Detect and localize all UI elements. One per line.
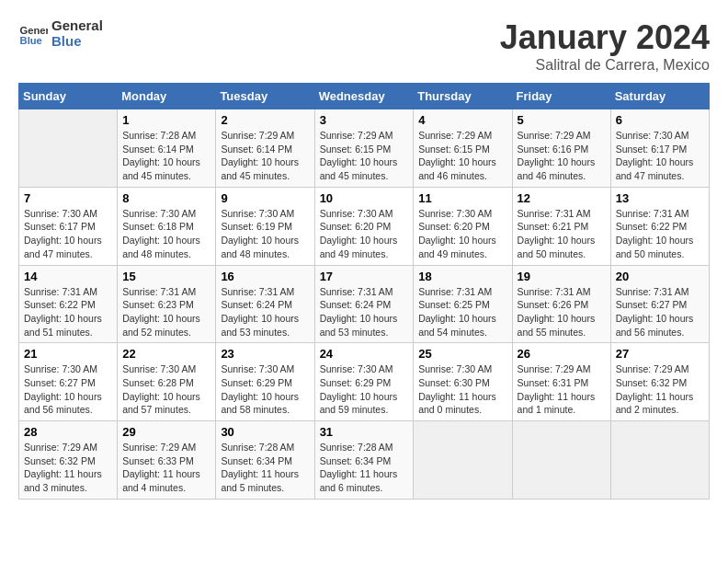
calendar-cell: 14Sunrise: 7:31 AMSunset: 6:22 PMDayligh… — [19, 265, 118, 343]
calendar-cell: 25Sunrise: 7:30 AMSunset: 6:30 PMDayligh… — [414, 343, 512, 421]
day-info: Sunrise: 7:31 AMSunset: 6:26 PMDaylight:… — [518, 285, 606, 339]
week-row-1: 1Sunrise: 7:28 AMSunset: 6:14 PMDaylight… — [19, 109, 710, 188]
day-number: 26 — [518, 347, 606, 361]
calendar-cell: 23Sunrise: 7:30 AMSunset: 6:29 PMDayligh… — [216, 343, 314, 421]
day-info: Sunrise: 7:30 AMSunset: 6:27 PMDaylight:… — [24, 362, 112, 417]
calendar-cell: 6Sunrise: 7:30 AMSunset: 6:17 PMDaylight… — [610, 109, 709, 188]
logo-text-general: General — [51, 18, 103, 34]
calendar-cell: 8Sunrise: 7:30 AMSunset: 6:18 PMDaylight… — [118, 187, 216, 265]
header-day-monday: Monday — [118, 84, 216, 109]
calendar-cell: 26Sunrise: 7:29 AMSunset: 6:31 PMDayligh… — [512, 343, 610, 421]
day-info: Sunrise: 7:29 AMSunset: 6:32 PMDaylight:… — [24, 441, 112, 495]
day-number: 22 — [122, 347, 210, 361]
day-number: 24 — [320, 347, 409, 361]
svg-text:Blue: Blue — [20, 35, 42, 46]
day-number: 13 — [616, 191, 704, 205]
calendar-cell: 2Sunrise: 7:29 AMSunset: 6:14 PMDaylight… — [216, 109, 314, 188]
header-day-saturday: Saturday — [610, 84, 709, 109]
day-info: Sunrise: 7:30 AMSunset: 6:30 PMDaylight:… — [418, 362, 506, 417]
calendar-cell — [414, 421, 512, 500]
header-day-thursday: Thursday — [414, 84, 512, 109]
day-number: 7 — [24, 191, 112, 205]
page-subtitle: Salitral de Carrera, Mexico — [500, 57, 710, 74]
page-title: January 2024 — [500, 18, 710, 57]
day-info: Sunrise: 7:31 AMSunset: 6:24 PMDaylight:… — [221, 285, 309, 339]
day-number: 11 — [418, 191, 506, 205]
day-info: Sunrise: 7:28 AMSunset: 6:14 PMDaylight:… — [122, 129, 210, 183]
day-number: 21 — [24, 347, 112, 361]
calendar-cell: 3Sunrise: 7:29 AMSunset: 6:15 PMDaylight… — [314, 109, 414, 188]
day-number: 4 — [418, 113, 506, 127]
calendar-cell: 7Sunrise: 7:30 AMSunset: 6:17 PMDaylight… — [19, 187, 118, 265]
day-info: Sunrise: 7:30 AMSunset: 6:20 PMDaylight:… — [418, 207, 506, 261]
day-number: 6 — [616, 113, 704, 127]
calendar-cell — [19, 109, 118, 188]
week-row-5: 28Sunrise: 7:29 AMSunset: 6:32 PMDayligh… — [19, 421, 710, 500]
day-number: 5 — [518, 113, 606, 127]
calendar-cell: 18Sunrise: 7:31 AMSunset: 6:25 PMDayligh… — [414, 265, 512, 343]
day-number: 1 — [122, 113, 210, 127]
day-info: Sunrise: 7:31 AMSunset: 6:23 PMDaylight:… — [122, 285, 210, 339]
title-section: January 2024 Salitral de Carrera, Mexico — [500, 18, 710, 74]
day-number: 31 — [320, 425, 409, 439]
day-info: Sunrise: 7:31 AMSunset: 6:22 PMDaylight:… — [616, 207, 704, 261]
day-info: Sunrise: 7:29 AMSunset: 6:32 PMDaylight:… — [616, 362, 704, 417]
day-number: 23 — [221, 347, 309, 361]
day-info: Sunrise: 7:29 AMSunset: 6:33 PMDaylight:… — [122, 441, 210, 495]
calendar-cell: 1Sunrise: 7:28 AMSunset: 6:14 PMDaylight… — [118, 109, 216, 188]
calendar-table: SundayMondayTuesdayWednesdayThursdayFrid… — [18, 83, 710, 500]
day-number: 15 — [122, 270, 210, 283]
calendar-cell: 27Sunrise: 7:29 AMSunset: 6:32 PMDayligh… — [610, 343, 709, 421]
day-info: Sunrise: 7:29 AMSunset: 6:14 PMDaylight:… — [221, 129, 309, 183]
calendar-cell: 13Sunrise: 7:31 AMSunset: 6:22 PMDayligh… — [610, 187, 709, 265]
calendar-cell: 29Sunrise: 7:29 AMSunset: 6:33 PMDayligh… — [118, 421, 216, 500]
calendar-cell: 31Sunrise: 7:28 AMSunset: 6:34 PMDayligh… — [314, 421, 414, 500]
calendar-cell: 12Sunrise: 7:31 AMSunset: 6:21 PMDayligh… — [512, 187, 610, 265]
day-number: 14 — [24, 270, 112, 283]
logo-icon: General Blue — [18, 19, 48, 49]
header-day-wednesday: Wednesday — [314, 84, 414, 109]
day-info: Sunrise: 7:31 AMSunset: 6:21 PMDaylight:… — [518, 207, 606, 261]
day-info: Sunrise: 7:30 AMSunset: 6:29 PMDaylight:… — [320, 362, 409, 417]
day-info: Sunrise: 7:29 AMSunset: 6:16 PMDaylight:… — [518, 129, 606, 183]
day-info: Sunrise: 7:30 AMSunset: 6:29 PMDaylight:… — [221, 362, 309, 417]
calendar-cell — [512, 421, 610, 500]
day-info: Sunrise: 7:28 AMSunset: 6:34 PMDaylight:… — [221, 441, 309, 495]
logo-text-blue: Blue — [51, 34, 103, 50]
header-day-friday: Friday — [512, 84, 610, 109]
calendar-cell: 30Sunrise: 7:28 AMSunset: 6:34 PMDayligh… — [216, 421, 314, 500]
day-info: Sunrise: 7:31 AMSunset: 6:27 PMDaylight:… — [616, 285, 704, 339]
day-info: Sunrise: 7:30 AMSunset: 6:18 PMDaylight:… — [122, 207, 210, 261]
day-info: Sunrise: 7:31 AMSunset: 6:22 PMDaylight:… — [24, 285, 112, 339]
day-info: Sunrise: 7:29 AMSunset: 6:15 PMDaylight:… — [418, 129, 506, 183]
day-info: Sunrise: 7:30 AMSunset: 6:20 PMDaylight:… — [320, 207, 409, 261]
day-number: 2 — [221, 113, 309, 127]
day-number: 25 — [418, 347, 506, 361]
day-number: 16 — [221, 270, 309, 283]
calendar-cell: 17Sunrise: 7:31 AMSunset: 6:24 PMDayligh… — [314, 265, 414, 343]
day-info: Sunrise: 7:30 AMSunset: 6:19 PMDaylight:… — [221, 207, 309, 261]
day-number: 8 — [122, 191, 210, 205]
week-row-3: 14Sunrise: 7:31 AMSunset: 6:22 PMDayligh… — [19, 265, 710, 343]
calendar-header-row: SundayMondayTuesdayWednesdayThursdayFrid… — [19, 84, 710, 109]
day-number: 29 — [122, 425, 210, 439]
day-info: Sunrise: 7:29 AMSunset: 6:31 PMDaylight:… — [518, 362, 606, 417]
day-number: 9 — [221, 191, 309, 205]
calendar-cell: 9Sunrise: 7:30 AMSunset: 6:19 PMDaylight… — [216, 187, 314, 265]
calendar-cell: 11Sunrise: 7:30 AMSunset: 6:20 PMDayligh… — [414, 187, 512, 265]
logo: General Blue General Blue — [18, 18, 103, 49]
header-day-sunday: Sunday — [19, 84, 118, 109]
day-info: Sunrise: 7:31 AMSunset: 6:25 PMDaylight:… — [418, 285, 506, 339]
calendar-cell: 5Sunrise: 7:29 AMSunset: 6:16 PMDaylight… — [512, 109, 610, 188]
week-row-4: 21Sunrise: 7:30 AMSunset: 6:27 PMDayligh… — [19, 343, 710, 421]
day-number: 30 — [221, 425, 309, 439]
week-row-2: 7Sunrise: 7:30 AMSunset: 6:17 PMDaylight… — [19, 187, 710, 265]
calendar-cell: 28Sunrise: 7:29 AMSunset: 6:32 PMDayligh… — [19, 421, 118, 500]
day-number: 19 — [518, 270, 606, 283]
day-info: Sunrise: 7:31 AMSunset: 6:24 PMDaylight:… — [320, 285, 409, 339]
header-day-tuesday: Tuesday — [216, 84, 314, 109]
day-number: 18 — [418, 270, 506, 283]
day-info: Sunrise: 7:29 AMSunset: 6:15 PMDaylight:… — [320, 129, 409, 183]
day-number: 17 — [320, 270, 409, 283]
page-header: General Blue General Blue January 2024 S… — [18, 18, 710, 74]
